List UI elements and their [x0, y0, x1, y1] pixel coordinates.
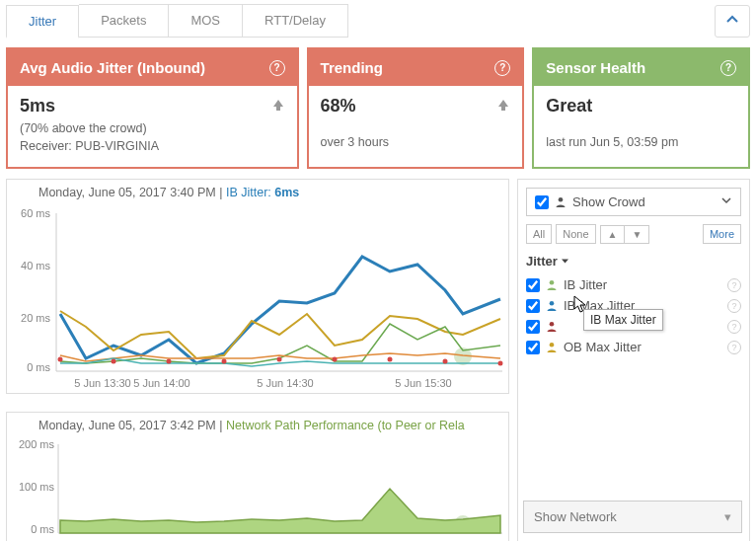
chart1-series-label: IB Jitter:: [226, 186, 271, 199]
help-icon[interactable]: ?: [727, 278, 741, 292]
legend-checkbox[interactable]: [526, 341, 540, 354]
svg-point-32: [550, 301, 555, 306]
show-network-dropdown[interactable]: Show Network ▾: [523, 501, 742, 533]
collapse-button[interactable]: [715, 5, 750, 38]
help-icon[interactable]: ?: [494, 60, 510, 76]
svg-text:60 ms: 60 ms: [21, 207, 50, 219]
chevron-down-icon: [561, 257, 569, 266]
chart1-timestamp: Monday, June 05, 2017 3:40 PM |: [38, 186, 226, 199]
chevron-down-icon: [720, 194, 732, 209]
help-icon[interactable]: ?: [727, 320, 741, 334]
svg-text:20 ms: 20 ms: [21, 312, 50, 324]
tab-mos[interactable]: MOS: [169, 4, 243, 38]
arrow-down-button[interactable]: ▼: [624, 226, 648, 243]
legend-checkbox[interactable]: [526, 278, 540, 292]
tabs-bar: Jitter Packets MOS RTT/Delay: [6, 4, 348, 38]
svg-text:5 Jun 14:30: 5 Jun 14:30: [257, 377, 314, 389]
svg-text:100 ms: 100 ms: [19, 481, 55, 493]
svg-point-19: [498, 361, 503, 366]
person-icon: [546, 321, 558, 333]
svg-point-18: [443, 359, 448, 364]
tab-rtt[interactable]: RTT/Delay: [243, 4, 348, 38]
svg-text:40 ms: 40 ms: [21, 260, 50, 271]
legend-item-ib-jitter[interactable]: IB Jitter ?: [526, 274, 741, 295]
svg-point-16: [333, 357, 338, 362]
person-icon: [546, 342, 558, 353]
chart2-svg[interactable]: 200 ms 100 ms 0 ms 5 Jun 13:30 5 Jun 14:…: [9, 436, 507, 541]
svg-point-17: [388, 357, 393, 362]
trend-up-icon: [271, 98, 285, 115]
svg-point-30: [559, 197, 564, 202]
svg-text:5 Jun 15:30: 5 Jun 15:30: [395, 377, 452, 389]
svg-text:200 ms: 200 ms: [19, 438, 55, 450]
help-icon[interactable]: ?: [269, 60, 285, 76]
legend-checkbox[interactable]: [526, 320, 540, 334]
tab-jitter[interactable]: Jitter: [6, 5, 79, 39]
help-icon[interactable]: ?: [720, 60, 736, 76]
tooltip: IB Max Jitter: [583, 309, 663, 331]
svg-point-13: [167, 359, 172, 364]
trending-sub: over 3 hours: [321, 134, 511, 152]
card-avg-jitter: Avg Audio Jitter (Inbound) ? 5ms (70% ab…: [6, 47, 299, 169]
svg-point-14: [222, 359, 227, 364]
chart1-series-value: 6ms: [274, 186, 299, 199]
chart2-series-label: Network Path Performance (to Peer or Rel…: [226, 419, 465, 432]
svg-point-31: [550, 280, 555, 285]
legend-section-title[interactable]: Jitter: [526, 254, 569, 269]
legend-checkbox[interactable]: [526, 299, 540, 313]
sensor-sub: last run Jun 5, 03:59 pm: [546, 134, 736, 152]
show-crowd-dropdown[interactable]: Show Crowd: [526, 188, 741, 216]
arrow-up-button[interactable]: ▲: [601, 226, 625, 243]
jitter-sub1: (70% above the crowd): [20, 120, 285, 138]
legend-panel: Show Crowd All None ▲ ▼ More Jitter: [517, 179, 750, 541]
nav-arrows: ▲ ▼: [600, 225, 650, 244]
help-icon[interactable]: ?: [727, 341, 741, 354]
person-icon: [546, 279, 558, 291]
legend-label: IB Jitter: [564, 277, 607, 292]
legend-item-ib-max-jitter[interactable]: IB Max Jitter ? IB Max Jitter: [526, 295, 741, 316]
card-title: Sensor Health: [546, 59, 645, 76]
trending-value: 68%: [321, 96, 511, 116]
chevron-up-icon: [726, 14, 738, 26]
person-icon: [555, 196, 567, 208]
card-sensor-health: Sensor Health ? Great last run Jun 5, 03…: [532, 47, 750, 169]
show-network-label: Show Network: [534, 509, 617, 524]
svg-point-12: [112, 359, 116, 364]
person-icon: [546, 300, 558, 312]
svg-point-15: [277, 357, 282, 362]
svg-point-33: [550, 322, 555, 327]
card-title: Trending: [321, 59, 383, 76]
jitter-chart: Monday, June 05, 2017 3:40 PM | IB Jitte…: [6, 179, 509, 394]
network-chart: Monday, June 05, 2017 3:42 PM | Network …: [6, 412, 509, 541]
select-all-button[interactable]: All: [526, 224, 552, 244]
card-title: Avg Audio Jitter (Inbound): [20, 59, 205, 76]
card-trending: Trending ? 68% over 3 hours: [307, 47, 525, 169]
show-crowd-checkbox[interactable]: [535, 195, 549, 209]
trend-up-icon: [496, 98, 510, 115]
chevron-down-icon: ▾: [724, 509, 731, 524]
chart2-timestamp: Monday, June 05, 2017 3:42 PM |: [38, 419, 226, 432]
cursor-icon: [573, 295, 589, 318]
tab-packets[interactable]: Packets: [79, 4, 169, 38]
svg-text:5 Jun 14:00: 5 Jun 14:00: [133, 377, 190, 389]
select-none-button[interactable]: None: [556, 224, 595, 244]
chart1-svg[interactable]: 60 ms 40 ms 20 ms 0 ms 5 Jun 13:30 5 Jun…: [9, 203, 507, 391]
show-crowd-label: Show Crowd: [572, 194, 645, 209]
svg-text:5 Jun 13:30: 5 Jun 13:30: [74, 377, 131, 389]
svg-point-34: [550, 343, 555, 348]
legend-label: OB Max Jitter: [564, 340, 642, 354]
sensor-value: Great: [546, 96, 736, 116]
more-button[interactable]: More: [703, 224, 741, 244]
svg-text:0 ms: 0 ms: [31, 523, 54, 535]
jitter-value: 5ms: [20, 96, 285, 116]
legend-item-ob-max-jitter[interactable]: OB Max Jitter ?: [526, 337, 741, 357]
svg-text:0 ms: 0 ms: [27, 361, 50, 373]
jitter-sub2: Receiver: PUB-VIRGINIA: [20, 138, 285, 156]
help-icon[interactable]: ?: [727, 299, 741, 313]
svg-point-11: [58, 357, 63, 362]
